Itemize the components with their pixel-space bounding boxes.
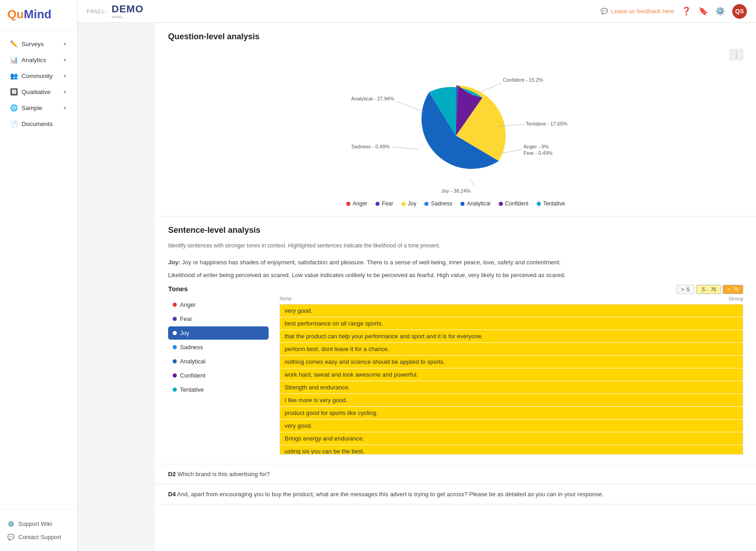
analytics-icon: 📊 [10, 56, 18, 63]
analytics-label: Analytics [21, 57, 46, 63]
sentence-row-8: product good for sports like cycling. [280, 407, 743, 420]
demo-sub: PANEL [111, 15, 143, 19]
sentence-row-9: very good. [280, 420, 743, 432]
contact-support-icon: 💬 [7, 534, 15, 541]
tone-item-fear[interactable]: Fear [168, 312, 269, 325]
label-sadness: Sadness - 0.49% [351, 144, 390, 149]
sentence-level-section: Sentence-level analysis Identify sentenc… [155, 216, 756, 464]
sidebar: QuMind ✏️ Surveys ▼ 📊 Analytics ▼ 👥 Comm… [0, 0, 78, 551]
sidebar-item-analytics[interactable]: 📊 Analytics ▼ [3, 52, 74, 68]
sidebar-bottom: ⚙️ Support Wiki 💬 Contact Support [0, 509, 77, 551]
sidebar-bottom-contact-support[interactable]: 💬 Contact Support [7, 530, 70, 544]
tone-item-sadness[interactable]: Sadness [168, 341, 269, 354]
sentence-level-title: Sentence-level analysis [168, 226, 743, 235]
help-icon[interactable]: ❓ [682, 6, 691, 16]
logo: QuMind [0, 0, 77, 31]
fear-description: Likelihood of writer being perceived as … [168, 271, 743, 280]
svg-line-4 [392, 147, 418, 149]
label-tentative: Tentative - 17.65% [526, 121, 567, 126]
community-chevron: ▼ [63, 73, 67, 79]
tone-dot-tentative [173, 388, 177, 392]
tone-item-joy[interactable]: Joy [168, 326, 269, 340]
qualitative-label: Qualitative [21, 89, 51, 95]
surveys-icon: ✏️ [10, 40, 18, 47]
chart-legend: Anger Fear Joy Sadness Analytical Confid… [346, 200, 565, 207]
threshold-labels: None Strong [280, 296, 743, 301]
sidebar-item-surveys[interactable]: ✏️ Surveys ▼ [3, 36, 74, 52]
legend-analytical: Analytical [460, 200, 490, 207]
question-d4-row: D4 And, apart from encouraging you to bu… [155, 484, 756, 504]
tone-dot-confident [173, 373, 177, 378]
legend-label-sadness: Sadness [431, 200, 452, 207]
support-wiki-icon: ⚙️ [7, 520, 15, 527]
legend-dot-fear [375, 202, 380, 206]
legend-label-fear: Fear [382, 200, 393, 207]
question-d4-id: D4 [168, 491, 176, 498]
sidebar-item-documents[interactable]: 📄 Documents [3, 116, 74, 131]
sentences-list[interactable]: very good.best performance on all range … [280, 304, 743, 455]
legend-sadness: Sadness [424, 200, 452, 207]
tone-item-anger[interactable]: Anger [168, 298, 269, 311]
contact-support-label: Contact Support [18, 534, 61, 541]
tone-item-analytical[interactable]: Analytical [168, 355, 269, 368]
feedback-text: Leave us feedback here [611, 8, 674, 15]
tone-item-tentative[interactable]: Tentative [168, 383, 269, 396]
legend-label-tentative: Tentative [543, 200, 565, 207]
tone-label-analytical: Analytical [180, 358, 206, 365]
threshold-gt5[interactable]: > .5 [677, 285, 694, 294]
sentence-row-1: best performance on all range sports. [280, 317, 743, 330]
tone-item-confident[interactable]: Confident [168, 369, 269, 382]
sidebar-bottom-support-wiki[interactable]: ⚙️ Support Wiki [7, 517, 70, 530]
sidebar-item-community[interactable]: 👥 Community ▼ [3, 68, 74, 84]
qualitative-chevron: ▼ [63, 89, 67, 94]
nav-left: 👥 Community [10, 72, 53, 79]
feedback-link[interactable]: 💬 Leave us feedback here [601, 8, 674, 15]
support-wiki-label: Support Wiki [18, 520, 52, 527]
logo-qu: Qu [7, 7, 24, 21]
tones-list: Anger Fear Joy Sadness Analytical Confid… [168, 298, 269, 396]
sentence-level-subtitle: Identify sentences with stronger tones i… [168, 242, 743, 249]
tone-label-sadness: Sadness [180, 344, 203, 351]
threshold-5-75[interactable]: .5 - .75 [696, 285, 721, 294]
analysis-layout: Tones Anger Fear Joy Sadness Analytical … [168, 285, 743, 455]
label-fear: Fear - 0.49% [523, 150, 553, 156]
tone-dot-analytical [173, 359, 177, 363]
threshold-row: > .5 .5 - .75 < .75 [280, 285, 743, 294]
header-right: 💬 Leave us feedback here ❓ 🔖 ⚙️ QS [601, 4, 747, 19]
tone-label-confident: Confident [180, 372, 206, 379]
sidebar-nav: ✏️ Surveys ▼ 📊 Analytics ▼ 👥 Community ▼… [0, 31, 77, 509]
legend-label-joy: Joy [408, 200, 417, 207]
question-d2-id: D2 [168, 471, 176, 478]
legend-anger: Anger [346, 200, 367, 207]
sample-chevron: ▼ [63, 105, 67, 110]
tone-dot-joy [173, 331, 177, 335]
chart-menu-button[interactable]: ⋮ [730, 49, 743, 60]
header-left: PANEL: DEMO PANEL [87, 3, 143, 19]
joy-description: Joy: Joy or happiness has shades of enjo… [168, 258, 743, 267]
sample-icon: 🌐 [10, 104, 18, 111]
legend-dot-confident [499, 202, 503, 206]
community-label: Community [21, 73, 53, 79]
tone-dot-anger [173, 303, 177, 307]
sidebar-item-sample[interactable]: 🌐 Sample ▼ [3, 100, 74, 115]
sentence-row-10: Brings energy and endurance. [280, 432, 743, 445]
tones-panel: Tones Anger Fear Joy Sadness Analytical … [168, 285, 269, 455]
threshold-lt75[interactable]: < .75 [723, 285, 743, 294]
sidebar-item-qualitative[interactable]: 🔲 Qualitative ▼ [3, 84, 74, 100]
settings-icon[interactable]: ⚙️ [715, 6, 725, 16]
tone-dot-fear [173, 317, 177, 321]
sentence-row-4: nothing comes easy and science should be… [280, 356, 743, 368]
user-avatar[interactable]: QS [732, 4, 747, 19]
legend-fear: Fear [375, 200, 393, 207]
legend-dot-analytical [460, 202, 465, 206]
qualitative-icon: 🔲 [10, 88, 18, 95]
tones-title: Tones [168, 285, 269, 293]
svg-line-0 [472, 83, 502, 95]
nav-left: 📄 Documents [10, 120, 53, 127]
legend-dot-joy [402, 202, 406, 206]
bookmark-icon[interactable]: 🔖 [698, 6, 708, 16]
threshold-strong-label: Strong [729, 296, 743, 301]
feedback-icon: 💬 [601, 8, 608, 15]
documents-icon: 📄 [10, 120, 18, 127]
header: PANEL: DEMO PANEL 💬 Leave us feedback he… [78, 0, 756, 23]
